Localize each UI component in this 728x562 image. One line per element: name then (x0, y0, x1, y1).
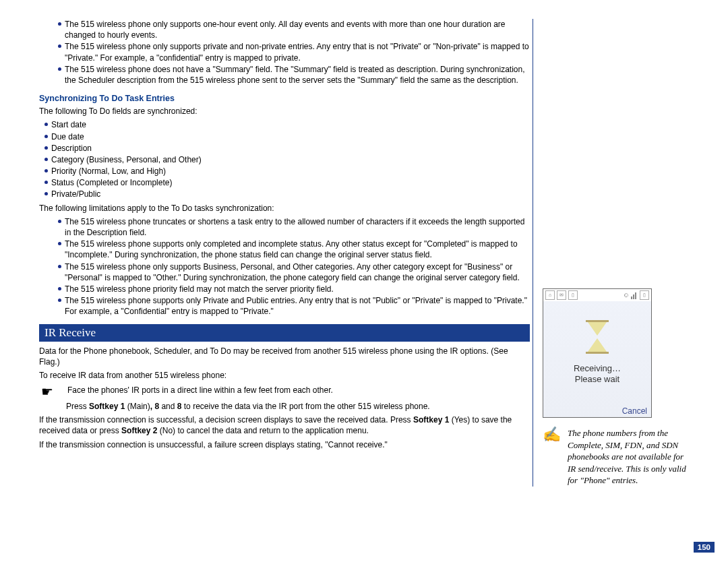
phone-text-line: Receiving… (574, 363, 621, 374)
event-limitations-list: The 515 wireless phone only supports one… (39, 19, 530, 86)
note-icon: ✍ (543, 427, 561, 487)
note-text: The phone numbers from the Complete, SIM… (568, 427, 688, 487)
step-row: ☛ Face the phones' IR ports in a direct … (39, 385, 530, 398)
list-item: The 515 wireless phone only supports Bus… (39, 261, 530, 283)
softkey-label: Softkey 1 (413, 415, 449, 425)
signal-icon (631, 291, 638, 299)
phone-text-line: Please wait (574, 374, 621, 385)
main-content: The 515 wireless phone only supports one… (0, 19, 533, 487)
list-item: Due date (39, 131, 530, 142)
text: Press (66, 402, 89, 411)
ir-success-para: If the transmission connection is succes… (39, 414, 530, 436)
text: (Main) (125, 402, 150, 411)
battery-icon: ▯ (568, 290, 578, 300)
list-item: Private/Public (39, 189, 530, 199)
step-text: Press Softkey 1 (Main), 8 and 8 to recei… (66, 401, 530, 412)
list-item: Start date (39, 119, 530, 130)
text: If the transmission connection is succes… (39, 415, 413, 425)
list-item: The 515 wireless phone only supports one… (39, 19, 530, 40)
list-item: Status (Completed or Incomplete) (39, 177, 530, 188)
ir-failure-para: If the transmission connection is unsucc… (39, 439, 530, 450)
ir-sub-intro: To receive IR data from another 515 wire… (39, 370, 530, 381)
sync-todo-heading: Synchronizing To Do Task Entries (39, 94, 530, 103)
softkey-label: Softkey 1 (89, 402, 125, 411)
pointer-icon: ☛ (39, 385, 55, 398)
phone-message: Receiving… Please wait (574, 363, 621, 385)
phone-screenshot: ⌂ ✉ ▯ ⏲ ▯ Receiving… Please wait (543, 288, 652, 418)
list-item: The 515 wireless phone only supports pri… (39, 41, 530, 63)
softkey-cancel: Cancel (622, 406, 647, 416)
text: and (159, 402, 177, 411)
hourglass-icon (586, 320, 609, 354)
list-item: The 515 wireless phone truncates or shor… (39, 216, 530, 238)
step-text: Face the phones' IR ports in a direct li… (67, 385, 530, 396)
mail-icon: ✉ (557, 290, 566, 300)
key-label: , 8 (150, 402, 159, 411)
list-item: Category (Business, Personal, and Other) (39, 154, 530, 165)
list-item: The 515 wireless phone supports only com… (39, 239, 530, 260)
sync-limits-intro: The following limitations apply to the T… (39, 203, 530, 214)
sync-fields-intro: The following To Do fields are synchroni… (39, 106, 530, 117)
list-item: Priority (Normal, Low, and High) (39, 166, 530, 177)
phone-status-bar: ⌂ ✉ ▯ ⏲ ▯ (543, 289, 651, 301)
phone-icon: ⌂ (545, 290, 555, 300)
softkey-label: Softkey 2 (121, 426, 157, 435)
clock-icon: ⏲ (624, 292, 629, 299)
sync-limits-list: The 515 wireless phone truncates or shor… (39, 216, 530, 317)
list-item: The 515 wireless phone does not have a "… (39, 64, 530, 86)
sidebar: ⌂ ✉ ▯ ⏲ ▯ Receiving… Please wait (533, 19, 688, 487)
page-number: 150 (694, 542, 715, 553)
sync-fields-list: Start date Due date Description Category… (39, 119, 530, 199)
list-item: The 515 wireless phone priority field ma… (39, 284, 530, 294)
list-item: Description (39, 143, 530, 154)
battery-icon: ▯ (640, 290, 649, 300)
side-note: ✍ The phone numbers from the Complete, S… (543, 427, 688, 487)
ir-intro: Data for the Phone phonebook, Scheduler,… (39, 346, 530, 367)
list-item: The 515 wireless phone supports only Pri… (39, 295, 530, 317)
text: to receive the data via the IR port from… (181, 402, 429, 411)
text: (No) to cancel the data and return to th… (157, 426, 369, 435)
ir-receive-heading: IR Receive (39, 324, 530, 342)
